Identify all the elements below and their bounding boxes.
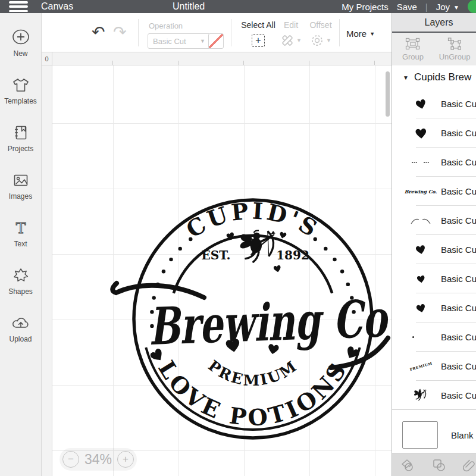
logo-premium-text: PREMIUM [205, 357, 300, 389]
layer-group-title: Cupids Brew [414, 71, 471, 83]
svg-text:T: T [15, 220, 26, 237]
logo-year-text: 1892 [276, 248, 309, 262]
weld-icon[interactable] [424, 458, 455, 472]
layer-row[interactable]: Basic Cut [392, 118, 476, 148]
heart-icon [414, 243, 427, 255]
layer-row[interactable]: Basic Cut [392, 235, 476, 264]
layer-row[interactable]: Basic Cut [392, 148, 476, 177]
heart-icon [414, 127, 427, 139]
chevron-down-icon: ▼ [326, 37, 331, 43]
layer-row[interactable]: PREMIUM Basic Cut [392, 352, 476, 381]
image-icon [11, 171, 30, 189]
layer-row[interactable]: Basic Cut [392, 381, 476, 410]
layers-footer-toolbar [392, 453, 476, 476]
sidebar-item-projects[interactable]: Projects [0, 114, 41, 162]
plus-circle-icon [11, 29, 30, 46]
sidebar-item-shapes[interactable]: Shapes [0, 257, 41, 305]
canvas-toolbar: ↶ ↷ Operation Basic Cut ▼ Select All + E… [42, 13, 392, 52]
logo-script-text: Brewing Co [148, 288, 390, 356]
notebook-icon [11, 124, 30, 142]
shapes-icon [11, 267, 30, 284]
dots-icon [411, 160, 430, 165]
color-swatch[interactable] [208, 33, 224, 49]
tab-layers[interactable]: Layers [392, 13, 476, 33]
zoom-control: − 34% + [60, 448, 137, 471]
sidebar-item-templates[interactable]: Templates [0, 67, 41, 114]
document-title[interactable]: Untitled [173, 1, 205, 12]
sidebar-item-upload[interactable]: Upload [0, 305, 41, 352]
brewing-script-icon: Brewing Co. [405, 189, 437, 195]
canvas-scrollbar[interactable] [386, 71, 390, 117]
ungroup-button[interactable]: UnGroup [434, 33, 475, 65]
sidebar-item-text[interactable]: T Text [0, 209, 41, 257]
user-menu[interactable]: Joy ▼ [436, 2, 459, 12]
zoom-level: 34% [84, 452, 112, 468]
save-button[interactable]: Save [397, 2, 417, 12]
layer-row[interactable]: Basic Cut [392, 293, 476, 322]
group-toolbar: Group UnGroup [392, 33, 476, 65]
undo-icon[interactable]: ↶ [92, 23, 105, 41]
layers-panel: Layers Group U [392, 13, 476, 476]
chevron-down-icon: ▼ [200, 38, 205, 44]
edit-pencils-icon [280, 33, 295, 48]
cupid-icon [413, 389, 428, 403]
slice-icon[interactable] [392, 458, 424, 472]
group-button[interactable]: Group [392, 33, 434, 65]
offset-icon [310, 33, 324, 48]
layer-row[interactable]: Basic Cut [392, 322, 476, 352]
layer-row[interactable]: Brewing Co. Basic Cut [392, 177, 476, 206]
tshirt-icon [11, 76, 30, 94]
premium-arc-icon: PREMIUM [409, 361, 432, 371]
hamburger-menu-icon[interactable] [9, 1, 28, 12]
user-name: Joy [436, 2, 450, 12]
chevron-down-icon: ▼ [369, 31, 375, 37]
avatar[interactable] [468, 0, 476, 13]
heart-icon [416, 274, 426, 284]
select-all-button[interactable]: Select All + [239, 20, 277, 47]
heart-icon [414, 97, 427, 110]
layer-group-header[interactable]: ▼ Cupids Brew [392, 65, 476, 89]
layer-row[interactable]: Basic Cut [392, 89, 476, 118]
header-divider: | [425, 2, 428, 12]
zoom-in-button[interactable]: + [117, 451, 134, 468]
my-projects-link[interactable]: My Projects [342, 2, 388, 12]
more-button[interactable]: More ▼ [346, 29, 375, 39]
blank-canvas-row[interactable]: Blank Canvas [392, 416, 476, 453]
attach-icon[interactable] [455, 458, 476, 472]
canvas-object-cupids-brewing-logo[interactable]: CUPID'S EST. 1892 Brewing Co PREMIU [83, 190, 392, 452]
redo-icon: ↷ [113, 23, 127, 41]
sidebar-item-new[interactable]: New [0, 19, 41, 67]
vertical-ruler [42, 65, 52, 476]
layer-row[interactable]: Basic Cut [392, 264, 476, 293]
ungroup-icon [447, 37, 462, 51]
group-icon [405, 37, 421, 51]
canvas-color-swatch [402, 421, 438, 449]
offset-button[interactable]: Offset ▼ [305, 20, 336, 48]
zoom-out-button[interactable]: − [62, 451, 79, 468]
design-canvas[interactable]: CUPID'S EST. 1892 Brewing Co PREMIU [52, 65, 392, 476]
edit-button[interactable]: Edit ▼ [277, 20, 305, 48]
left-sidebar: New Templates Projects Images T Text S [0, 13, 42, 476]
arcs-icon [410, 217, 431, 225]
ruler-origin: 0 [42, 52, 52, 65]
chevron-down-icon: ▼ [296, 37, 302, 43]
cupid-graphic [240, 230, 275, 262]
heart-icon [415, 302, 427, 314]
app-header: Canvas Untitled My Projects Save | Joy ▼ [0, 0, 476, 13]
chevron-down-icon: ▼ [453, 4, 459, 11]
dot-icon [412, 336, 414, 338]
layer-row[interactable]: Basic Cut [392, 206, 476, 235]
text-icon: T [11, 219, 30, 237]
sidebar-item-images[interactable]: Images [0, 162, 41, 209]
canvas-area: 0 [42, 52, 392, 476]
logo-est-text: EST. [202, 248, 231, 262]
operation-label: Operation [149, 21, 183, 30]
page-title: Canvas [41, 1, 73, 12]
caret-down-icon: ▼ [403, 74, 409, 81]
logo-arc-bottom-text: LOVE POTIONS [153, 356, 353, 431]
operation-dropdown[interactable]: Basic Cut ▼ [148, 33, 211, 49]
select-all-icon: + [252, 34, 265, 47]
horizontal-ruler [52, 52, 392, 65]
upload-cloud-icon [11, 314, 30, 332]
